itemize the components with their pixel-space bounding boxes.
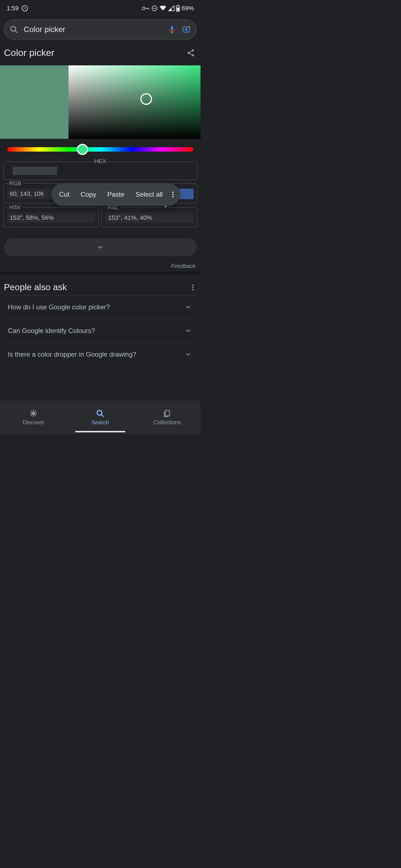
gesture-bar[interactable]: [75, 431, 125, 432]
status-bar: 1:59 69%: [0, 0, 200, 15]
text-context-menu: Cut Copy Paste Select all: [51, 183, 180, 206]
svg-line-20: [189, 53, 192, 55]
feedback-link[interactable]: Feedback: [0, 256, 200, 272]
paa-question: Is there a color dropper in Google drawi…: [8, 350, 137, 358]
paa-item[interactable]: Is there a color dropper in Google drawi…: [4, 342, 197, 366]
ctx-select-all[interactable]: Select all: [130, 191, 168, 198]
svg-rect-5: [153, 8, 156, 9]
sv-cursor[interactable]: [140, 93, 152, 105]
svg-point-22: [193, 286, 194, 288]
nav-search[interactable]: Search: [67, 401, 134, 434]
dnd-icon: [151, 5, 157, 11]
battery-icon: [176, 5, 180, 12]
share-icon[interactable]: [187, 49, 195, 57]
chevron-down-icon: [185, 304, 192, 310]
nav-label: Collections: [153, 419, 181, 426]
svg-point-0: [22, 6, 28, 11]
hsl-value[interactable]: 153°, 41%, 40%: [105, 213, 194, 223]
status-time: 1:59: [7, 5, 19, 12]
selected-color-swatch: [0, 65, 68, 139]
hue-slider[interactable]: [7, 147, 193, 152]
hsv-label: HSV: [7, 204, 22, 211]
ctx-copy[interactable]: Copy: [75, 191, 102, 198]
signal-icon: [168, 6, 174, 11]
chevron-down-icon: [185, 328, 192, 334]
hsv-field[interactable]: HSV 153°, 58%, 56%: [3, 207, 99, 227]
svg-rect-7: [177, 5, 178, 6]
ctx-more-icon[interactable]: [168, 191, 178, 198]
svg-rect-11: [171, 26, 173, 30]
nav-label: Discover: [23, 419, 44, 426]
svg-point-29: [172, 196, 174, 197]
svg-point-15: [185, 28, 188, 31]
expand-button[interactable]: [4, 239, 197, 256]
svg-line-10: [15, 31, 17, 33]
svg-line-19: [189, 51, 192, 52]
app-icon: [22, 5, 28, 12]
svg-line-25: [102, 414, 104, 416]
svg-rect-26: [165, 410, 170, 416]
bottom-nav: Discover Search Collections: [0, 401, 200, 434]
battery-pct: 69%: [181, 5, 194, 12]
svg-point-28: [172, 194, 174, 195]
vpn-key-icon: [142, 6, 150, 10]
chevron-down-icon: [97, 244, 104, 251]
ctx-paste[interactable]: Paste: [102, 191, 130, 198]
hsv-value[interactable]: 153°, 58%, 56%: [7, 213, 95, 223]
more-icon[interactable]: [192, 284, 194, 291]
svg-rect-8: [177, 7, 179, 11]
svg-point-21: [193, 284, 194, 286]
color-picker-canvas: [0, 65, 200, 139]
saturation-value-plane[interactable]: [68, 65, 200, 139]
svg-point-27: [172, 192, 174, 193]
hue-thumb[interactable]: [77, 144, 88, 155]
paa-item[interactable]: Can Google identify Colours?: [4, 319, 197, 342]
paa-question: Can Google identify Colours?: [8, 327, 95, 335]
svg-rect-3: [148, 8, 149, 9]
hsl-field[interactable]: HSL 153°, 41%, 40%: [102, 207, 197, 227]
nav-discover[interactable]: Discover: [0, 401, 67, 434]
nav-collections[interactable]: Collections: [134, 401, 200, 434]
search-bar[interactable]: Color picker: [4, 20, 197, 39]
hex-value-selected[interactable]: [12, 167, 57, 175]
svg-point-23: [193, 289, 194, 290]
ctx-cut[interactable]: Cut: [54, 191, 75, 198]
paa-question: How do I use Google color picker?: [8, 303, 110, 311]
search-query[interactable]: Color picker: [24, 25, 162, 34]
search-icon: [10, 25, 18, 34]
page-title: Color picker: [4, 47, 54, 58]
wifi-icon: [159, 6, 167, 11]
lens-icon[interactable]: [182, 25, 191, 34]
paa-item[interactable]: How do I use Google color picker?: [4, 295, 197, 319]
paa-heading: People also ask: [4, 282, 67, 292]
chevron-down-icon: [185, 351, 192, 358]
nav-label: Search: [91, 419, 109, 426]
rgb-label: RGB: [7, 180, 23, 187]
mic-icon[interactable]: [168, 25, 176, 34]
section-separator: [0, 272, 200, 274]
svg-point-1: [142, 7, 145, 10]
